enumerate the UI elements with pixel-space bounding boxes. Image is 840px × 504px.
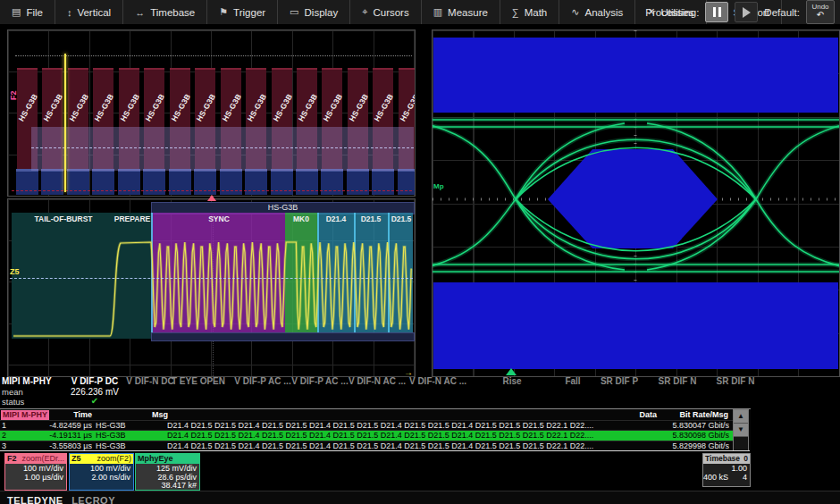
- table-header-msg: Msg: [152, 410, 168, 420]
- f2-burst-overview-panel[interactable]: HS-G3BHS-G3BHS-G3BHS-G3BHS-G3BHS-G3BHS-G…: [7, 29, 416, 197]
- descriptor-id: Z5: [71, 454, 81, 464]
- table-header-rate: Bit Rate/Msg: [666, 410, 728, 420]
- menu-item-math[interactable]: ∑Math: [500, 0, 559, 24]
- table-bottom-separator: [0, 450, 750, 451]
- horizontal-arrows-icon: ↔: [135, 7, 145, 18]
- scroll-up-button[interactable]: ▲: [734, 410, 748, 424]
- menu-item-file[interactable]: ▤File: [0, 0, 55, 24]
- timebase-rate: 4: [743, 474, 747, 483]
- measure-group-title: MIPI M-PHY: [2, 376, 52, 386]
- status-pass-check-icon: ✔: [52, 396, 138, 406]
- measure-row-label-status: status: [2, 397, 24, 407]
- descriptor-box-f2[interactable]: F2zoom(EDr...100 mV/div1.00 µs/div: [4, 453, 67, 491]
- menu-bar: ▤File↕Vertical↔Timebase⚑Trigger▭Display⌖…: [0, 0, 840, 25]
- decode-message-table[interactable]: MIPI M-PHY Time Msg Data Bit Rate/Msg 1-…: [0, 408, 751, 451]
- row-index: 3: [2, 441, 14, 450]
- descriptor-setting: 38.417 k#: [136, 482, 197, 491]
- pause-icon: [713, 7, 716, 17]
- z5-trace-tag: Z5: [10, 267, 20, 276]
- row-bitrate: 5.830098 Gbit/s: [652, 431, 729, 440]
- timebase-samples: 400 kS: [703, 474, 728, 483]
- row-msg-type: HS-G3B: [96, 441, 149, 450]
- eye-mask-regions: [433, 38, 838, 369]
- vertical-arrows-icon: ↕: [67, 7, 72, 18]
- row-time: -4.82459 µs: [36, 421, 92, 430]
- undo-arrow-icon: ↶: [807, 11, 834, 19]
- table-scrollbar[interactable]: ▲ ▼: [733, 409, 749, 451]
- measure-param-name[interactable]: SR DIF N: [693, 376, 778, 386]
- descriptor-box-mphyeye[interactable]: MphyEye125 mV/div28.6 ps/div38.417 k#: [135, 453, 200, 491]
- table-header-data: Data: [626, 410, 657, 420]
- f2-zoom-cursor-line[interactable]: [64, 54, 66, 192]
- default-label: Default:: [764, 7, 800, 18]
- descriptor-id: F2: [7, 454, 17, 464]
- row-data: D21.4 D21.5 D21.5 D21.4 D21.5 D21.5 D21.…: [167, 441, 639, 450]
- timebase-descriptor-box[interactable]: Timebase 0 1.00 400 kS 4: [702, 453, 751, 487]
- analysis-chart-icon: ∿: [571, 6, 579, 18]
- descriptor-setting: 2.00 ns/div: [70, 474, 130, 483]
- z5-level-dashed-line: [10, 278, 413, 279]
- row-msg-type: HS-G3B: [96, 421, 149, 430]
- menu-item-label: Timebase: [150, 7, 195, 18]
- menu-item-display[interactable]: ▭Display: [278, 0, 350, 24]
- measure-row-label-mean: mean: [2, 387, 23, 397]
- descriptor-function: zoom(EDr...: [21, 454, 64, 464]
- measure-param-name[interactable]: V DIF-N AC ...: [395, 376, 481, 386]
- menu-item-trigger[interactable]: ⚑Trigger: [207, 0, 278, 24]
- eye-trigger-marker-icon: [506, 368, 517, 375]
- oscilloscope-app: ▤File↕Vertical↔Timebase⚑Trigger▭Display⌖…: [0, 0, 840, 504]
- f2-decode-band: [31, 127, 414, 171]
- row-msg-type: HS-G3B: [96, 431, 149, 440]
- menu-item-label: Display: [305, 7, 339, 18]
- row-time: -4.19131 µs: [36, 431, 92, 440]
- timebase-title: Timebase: [705, 454, 740, 464]
- table-header-time: Time: [49, 410, 92, 420]
- processing-label: Processing:: [645, 7, 699, 18]
- eye-diagram-plot: [433, 30, 839, 376]
- row-data: D21.4 D21.5 D21.5 D21.4 D21.5 D21.5 D21.…: [167, 421, 639, 430]
- f2-sample-dots: [15, 55, 412, 56]
- display-monitor-icon: ▭: [290, 6, 298, 18]
- menu-item-label: File: [26, 7, 43, 18]
- processing-play-button[interactable]: [735, 2, 758, 22]
- menu-item-vertical[interactable]: ↕Vertical: [55, 0, 123, 24]
- timebase-title-right: 0: [743, 454, 748, 464]
- z5-zoom-decode-panel[interactable]: HS-G3B TAIL-OF-BURSTPREPARESYNCMK0D21.4D…: [7, 198, 416, 377]
- eye-trace-tag: Mp: [433, 182, 444, 190]
- menu-item-label: Vertical: [77, 7, 111, 18]
- table-header-source: MIPI M-PHY: [1, 410, 49, 420]
- row-index: 2: [2, 431, 14, 440]
- math-calculator-icon: ∑: [512, 7, 519, 18]
- file-icon: ▤: [12, 6, 21, 18]
- row-bitrate: 5.829998 Gbit/s: [652, 441, 729, 450]
- measure-ruler-icon: ▥: [433, 6, 442, 18]
- menu-item-label: Math: [525, 7, 548, 18]
- descriptor-box-z5[interactable]: Z5zoom(F2)100 mV/div2.00 ns/div: [69, 453, 134, 491]
- f2-level-dashed-line: [31, 147, 414, 148]
- descriptor-function: zoom(F2): [97, 454, 131, 464]
- z5-waveform: [8, 199, 415, 376]
- menu-right-controls: Processing: Default: Undo ↶: [645, 0, 835, 24]
- row-bitrate: 5.830047 Gbit/s: [652, 421, 729, 430]
- menu-item-label: Measure: [448, 7, 488, 18]
- mphy-eye-diagram-panel[interactable]: Mp: [432, 29, 840, 377]
- undo-button[interactable]: Undo ↶: [806, 0, 835, 24]
- descriptor-setting: 1.00 µs/div: [5, 474, 63, 483]
- measurement-strip: MIPI M-PHY mean status V DIF-P DC226.236…: [0, 375, 840, 408]
- trigger-position-marker-icon[interactable]: [207, 195, 216, 201]
- play-icon: [743, 7, 751, 18]
- menu-item-label: Trigger: [233, 7, 265, 18]
- menu-item-label: Cursors: [373, 7, 408, 18]
- brand-bar: TELEDYNE LECROY: [0, 491, 840, 504]
- menu-item-label: Analysis: [585, 7, 624, 18]
- scroll-down-button[interactable]: ▼: [734, 424, 748, 437]
- menu-item-measure[interactable]: ▥Measure: [422, 0, 500, 24]
- processing-pause-button[interactable]: [705, 2, 728, 22]
- brand-teledyne: TELEDYNE: [7, 495, 63, 504]
- menu-item-cursors[interactable]: ⌖Cursors: [350, 0, 421, 24]
- trigger-flag-icon: ⚑: [219, 6, 228, 18]
- row-index: 1: [2, 421, 14, 430]
- brand-lecroy: LECROY: [71, 495, 115, 504]
- menu-item-timebase[interactable]: ↔Timebase: [123, 0, 207, 24]
- menu-item-analysis[interactable]: ∿Analysis: [559, 0, 635, 24]
